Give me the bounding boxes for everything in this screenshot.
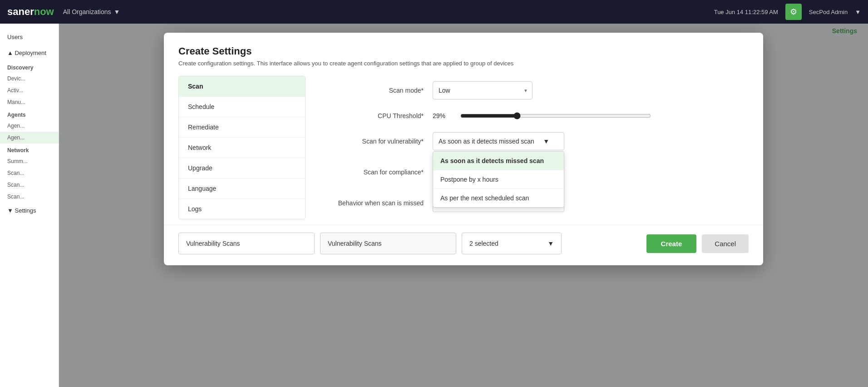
org-chevron-icon: ▼: [114, 8, 120, 15]
cpu-threshold-control: 29%: [433, 112, 749, 119]
sidebar-item-agent2[interactable]: Agen...: [0, 132, 59, 144]
modal-header: Create Settings Create configuration set…: [164, 33, 763, 72]
sidebar-item-devices[interactable]: Devic...: [0, 73, 59, 84]
scan-vulnerability-chevron-icon: ▼: [543, 138, 549, 145]
sidebar-item-agent1[interactable]: Agen...: [0, 120, 59, 132]
modal-footer: Vulnerability Scans Vulnerability Scans …: [164, 225, 763, 265]
sidebar-item-scan1[interactable]: Scan...: [0, 167, 59, 179]
scan-vulnerability-control: As soon as it detects missed scan ▼ As s…: [433, 132, 749, 150]
scan-mode-select-wrapper: Low Medium High: [433, 81, 533, 99]
scan-vulnerability-label: Scan for vulnerability*: [324, 138, 424, 145]
scan-vulnerability-dropdown-trigger[interactable]: As soon as it detects missed scan ▼: [433, 132, 564, 150]
topbar: sanernow All Organizations ▼ Tue Jun 14 …: [0, 0, 868, 24]
dropdown-option-0[interactable]: As soon as it detects missed scan: [433, 152, 564, 170]
org-selector[interactable]: All Organizations ▼: [63, 8, 120, 15]
cpu-value-display: 29%: [433, 112, 453, 119]
sidebar-item-manage[interactable]: Manu...: [0, 96, 59, 108]
logo: sanernow: [7, 6, 54, 18]
logo-now: now: [34, 6, 54, 17]
dropdown-option-2[interactable]: As per the next scheduled scan: [433, 189, 564, 207]
scan-vulnerability-selected-text: As soon as it detects missed scan: [439, 138, 534, 145]
topbar-left: sanernow All Organizations ▼: [7, 6, 120, 18]
sidebar-section-agents: Agents: [0, 108, 59, 120]
sidebar-item-scan2[interactable]: Scan...: [0, 179, 59, 191]
left-nav: Scan Schedule Remediate Network Upgrade: [178, 76, 306, 219]
sidebar-section-discovery: Discovery: [0, 61, 59, 73]
dropdown-option-1[interactable]: Postpone by x hours: [433, 170, 564, 189]
left-nav-item-remediate[interactable]: Remediate: [179, 117, 305, 138]
sidebar-item-deployment[interactable]: ▲ Deployment: [0, 45, 59, 61]
sidebar: Users ▲ Deployment Discovery Devic... Ac…: [0, 24, 59, 387]
scan-compliance-label: Scan for compliance*: [324, 169, 424, 176]
cancel-button[interactable]: Cancel: [702, 234, 749, 253]
topbar-right: Tue Jun 14 11:22:59 AM ⚙ SecPod Admin ▼: [714, 4, 861, 20]
scan-vulnerability-dropdown-open: As soon as it detects missed scan ▼ As s…: [433, 132, 564, 150]
create-button[interactable]: Create: [646, 234, 697, 253]
scan-mode-control: Low Medium High: [433, 81, 749, 99]
footer-selected-label: 2 selected: [469, 240, 498, 247]
footer-dropdown-chevron-icon: ▼: [547, 240, 554, 247]
sidebar-item-settings[interactable]: ▼ Settings: [0, 203, 59, 218]
scan-mode-select[interactable]: Low Medium High: [433, 81, 533, 99]
sidebar-item-users[interactable]: Users: [0, 29, 59, 45]
sidebar-item-scan3[interactable]: Scan...: [0, 191, 59, 203]
main-layout: Users ▲ Deployment Discovery Devic... Ac…: [0, 24, 868, 387]
sidebar-section-network: Network: [0, 144, 59, 155]
form-row-cpu-threshold: CPU Threshold* 29%: [324, 112, 749, 119]
footer-left: Vulnerability Scans Vulnerability Scans …: [178, 233, 562, 254]
user-label[interactable]: SecPod Admin: [809, 9, 848, 15]
content-area: Settings Create Settings Create configur…: [59, 24, 868, 387]
footer-field-1: Vulnerability Scans: [178, 233, 315, 254]
right-form: Scan mode* Low Medium High: [306, 72, 749, 221]
left-nav-item-network[interactable]: Network: [179, 138, 305, 158]
logo-saner: saner: [7, 6, 34, 17]
footer-selected-dropdown[interactable]: 2 selected ▼: [462, 233, 562, 254]
sidebar-item-active[interactable]: Activ...: [0, 84, 59, 96]
scan-mode-label: Scan mode*: [324, 87, 424, 94]
form-row-scan-vulnerability: Scan for vulnerability* As soon as it de…: [324, 132, 749, 150]
left-nav-item-language[interactable]: Language: [179, 179, 305, 199]
modal-overlay: Create Settings Create configuration set…: [59, 24, 868, 387]
left-nav-item-schedule[interactable]: Schedule: [179, 97, 305, 117]
datetime-label: Tue Jun 14 11:22:59 AM: [714, 9, 778, 15]
settings-gear-icon[interactable]: ⚙: [785, 4, 802, 20]
footer-right: Create Cancel: [646, 234, 749, 253]
modal-create-settings: Create Settings Create configuration set…: [164, 33, 763, 265]
org-label: All Organizations: [63, 8, 111, 15]
sidebar-item-summary[interactable]: Summ...: [0, 155, 59, 167]
footer-field-2: Vulnerability Scans: [320, 233, 456, 254]
left-nav-item-logs[interactable]: Logs: [179, 199, 305, 219]
left-nav-item-scan[interactable]: Scan: [179, 76, 305, 97]
cpu-threshold-label: CPU Threshold*: [324, 112, 424, 119]
slider-container: 29%: [433, 112, 749, 119]
left-nav-item-upgrade[interactable]: Upgrade: [179, 158, 305, 179]
modal-body: Scan Schedule Remediate Network Upgrade: [164, 72, 763, 221]
modal-title: Create Settings: [178, 45, 749, 57]
scan-vulnerability-dropdown-menu: As soon as it detects missed scan Postpo…: [433, 151, 564, 208]
modal-subtitle: Create configuration settings. This inte…: [178, 60, 749, 67]
behavior-label: Behavior when scan is missed: [324, 199, 424, 207]
user-chevron-icon: ▼: [855, 9, 861, 15]
form-row-scan-mode: Scan mode* Low Medium High: [324, 81, 749, 99]
cpu-threshold-slider[interactable]: [460, 112, 651, 119]
